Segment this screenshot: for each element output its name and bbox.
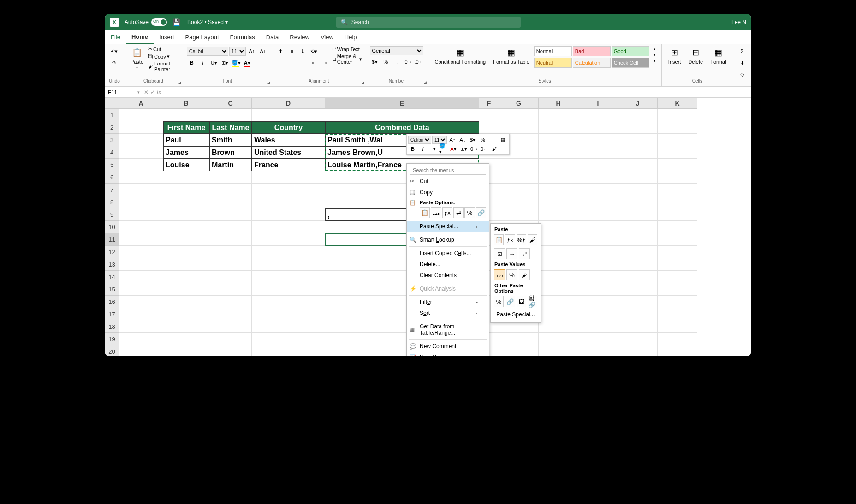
autosave[interactable]: AutoSave On <box>125 18 167 26</box>
mini-font-color[interactable]: A▾ <box>449 145 458 153</box>
cell-J8[interactable] <box>618 196 658 208</box>
col-header-E[interactable]: E <box>325 98 479 109</box>
cell-C19[interactable] <box>209 333 252 345</box>
cell-K11[interactable] <box>658 233 697 246</box>
row-header-1[interactable]: 1 <box>105 109 119 121</box>
cell-G2[interactable] <box>499 121 539 134</box>
table-cell[interactable]: Paul <box>163 134 209 146</box>
cell-K20[interactable] <box>658 345 697 356</box>
col-header-A[interactable]: A <box>119 98 163 109</box>
format-painter-button[interactable]: 🖌 Format Painter <box>148 61 179 72</box>
mini-percent[interactable]: % <box>478 136 487 144</box>
row-header-16[interactable]: 16 <box>105 296 119 308</box>
cell-I13[interactable] <box>578 258 618 271</box>
font-family-select[interactable]: Calibri <box>187 47 228 56</box>
cell-A17[interactable] <box>119 308 163 320</box>
sub-paste-values[interactable]: ₁₂₃ <box>494 269 505 280</box>
menu-new-comment[interactable]: 💬New Comment <box>407 341 489 352</box>
cell-I16[interactable] <box>578 296 618 308</box>
styles-more-button[interactable]: ▾ <box>651 58 658 64</box>
cell-B13[interactable] <box>163 258 209 271</box>
number-dialog-launcher[interactable]: ◢ <box>423 80 427 85</box>
increase-decimal-button[interactable]: .0→ <box>403 57 413 67</box>
decrease-font-button[interactable]: A↓ <box>258 46 268 56</box>
cell-A10[interactable] <box>119 221 163 233</box>
sub-paste-formatting[interactable]: % <box>494 296 504 307</box>
cell-C14[interactable] <box>209 271 252 283</box>
cell-J3[interactable] <box>618 134 658 146</box>
row-header-3[interactable]: 3 <box>105 134 119 146</box>
cell-H18[interactable] <box>539 320 578 333</box>
cell-I10[interactable] <box>578 221 618 233</box>
menu-get-data[interactable]: ▦Get Data from Table/Range... <box>407 321 489 338</box>
sub-paste-all[interactable]: 📋 <box>494 234 504 245</box>
cell-K16[interactable] <box>658 296 697 308</box>
cell-B16[interactable] <box>163 296 209 308</box>
cell-A16[interactable] <box>119 296 163 308</box>
cell-D15[interactable] <box>252 283 325 296</box>
tab-insert[interactable]: Insert <box>154 30 180 44</box>
mini-comma[interactable]: , <box>488 136 498 144</box>
cell-J6[interactable] <box>618 171 658 184</box>
cell-D16[interactable] <box>252 296 325 308</box>
cell-D12[interactable] <box>252 246 325 258</box>
cell-H17[interactable] <box>539 308 578 320</box>
sub-paste-formulas[interactable]: ƒx <box>505 234 515 245</box>
cell-D8[interactable] <box>252 196 325 208</box>
conditional-formatting-button[interactable]: ▦ Conditional Formatting <box>432 46 489 65</box>
cell-I17[interactable] <box>578 308 618 320</box>
col-header-J[interactable]: J <box>618 98 658 109</box>
cell-C18[interactable] <box>209 320 252 333</box>
cell-B9[interactable] <box>163 208 209 221</box>
cell-I3[interactable] <box>578 134 618 146</box>
cell-A12[interactable] <box>119 246 163 258</box>
cell-J7[interactable] <box>618 184 658 196</box>
tab-help[interactable]: Help <box>339 30 363 44</box>
cell-C12[interactable] <box>209 246 252 258</box>
cell-I1[interactable] <box>578 109 618 121</box>
mini-align[interactable]: ≡▾ <box>428 145 438 153</box>
cell-C7[interactable] <box>209 184 252 196</box>
row-header-14[interactable]: 14 <box>105 271 119 283</box>
cell-H9[interactable] <box>539 208 578 221</box>
cell-K9[interactable] <box>658 208 697 221</box>
cell-G20[interactable] <box>499 345 539 356</box>
table-cell[interactable]: United States <box>252 146 325 159</box>
cell-H13[interactable] <box>539 258 578 271</box>
tab-view[interactable]: View <box>315 30 339 44</box>
cell-C8[interactable] <box>209 196 252 208</box>
cell-K2[interactable] <box>658 121 697 134</box>
cell-G9[interactable] <box>499 208 539 221</box>
redo-button[interactable]: ↷ <box>109 58 119 68</box>
number-format-select[interactable]: General <box>370 46 423 55</box>
row-header-20[interactable]: 20 <box>105 345 119 356</box>
bold-button[interactable]: B <box>187 58 197 68</box>
cell-A14[interactable] <box>119 271 163 283</box>
cell-F1[interactable] <box>479 109 499 121</box>
cell-G6[interactable] <box>499 171 539 184</box>
cell-H3[interactable] <box>539 134 578 146</box>
paste-button[interactable]: 📋 Paste ▾ <box>128 46 146 71</box>
paste-values-button[interactable]: ₁₂₃ <box>431 207 441 218</box>
cell-I20[interactable] <box>578 345 618 356</box>
mini-fill-color[interactable]: 🪣▾ <box>439 145 448 153</box>
cell-K5[interactable] <box>658 159 697 171</box>
cell-D1[interactable] <box>252 109 325 121</box>
decrease-indent-button[interactable]: ⇤ <box>309 58 319 68</box>
table-cell[interactable]: Smith <box>209 134 252 146</box>
format-as-table-button[interactable]: ▦ Format as Table <box>490 46 532 65</box>
cell-K13[interactable] <box>658 258 697 271</box>
insert-cells-button[interactable]: ⊞ Insert <box>666 46 684 65</box>
mini-dec-decimal[interactable]: .0← <box>479 145 488 153</box>
row-header-7[interactable]: 7 <box>105 184 119 196</box>
cell-B6[interactable] <box>163 171 209 184</box>
style-neutral[interactable]: Neutral <box>534 58 572 68</box>
cell-B11[interactable] <box>163 233 209 246</box>
sub-paste-link[interactable]: 🔗 <box>505 296 515 307</box>
mini-increase-font[interactable]: A↑ <box>448 136 457 144</box>
mini-format-painter[interactable]: 🖌 <box>489 145 499 153</box>
cell-J1[interactable] <box>618 109 658 121</box>
italic-button[interactable]: I <box>198 58 208 68</box>
row-header-13[interactable]: 13 <box>105 258 119 271</box>
cell-A13[interactable] <box>119 258 163 271</box>
